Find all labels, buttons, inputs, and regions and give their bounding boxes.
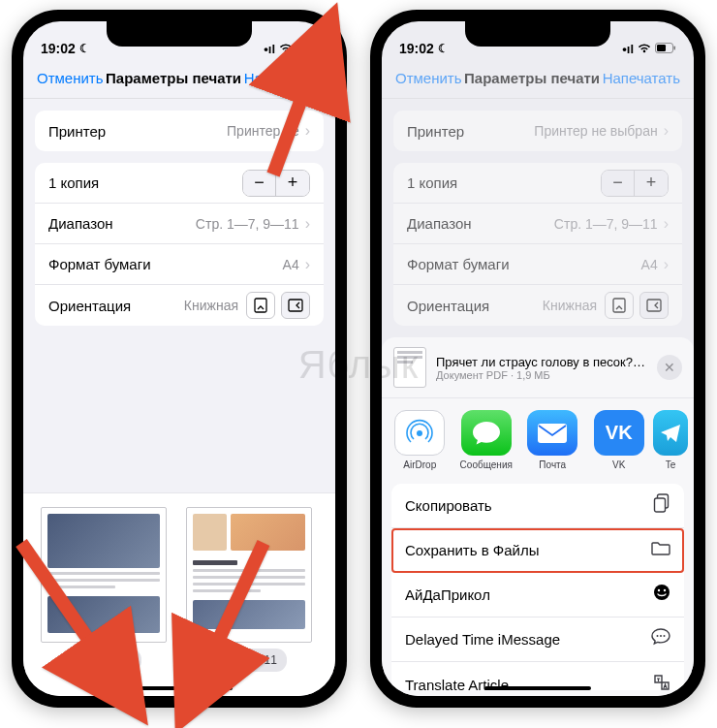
airdrop-icon: [394, 410, 445, 456]
thumb-5-label[interactable]: 5 из 11: [66, 649, 141, 672]
svg-point-13: [417, 430, 422, 436]
share-app-mail[interactable]: Почта: [526, 410, 579, 470]
action-save-to-files[interactable]: Сохранить в Файлы: [391, 528, 684, 573]
signal-icon: •ıl: [264, 42, 275, 56]
orientation-value: Книжная: [184, 298, 238, 313]
printer-value: Принтер не: [227, 123, 299, 139]
svg-rect-4: [289, 300, 302, 311]
action-copy[interactable]: Скопировать: [391, 484, 684, 528]
notch: [465, 21, 610, 47]
mail-icon: [527, 410, 577, 456]
range-value: Стр. 1—7, 9—11: [196, 216, 299, 232]
share-apps-row: AirDrop Сообщения Почта: [382, 398, 694, 478]
vk-icon: VK: [594, 410, 644, 456]
printer-label: Принтер: [48, 123, 106, 140]
copies-stepper[interactable]: − +: [242, 170, 310, 197]
home-indicator[interactable]: [484, 686, 591, 690]
share-doc-title: Прячет ли страус голову в песок? | Яб…: [436, 355, 647, 369]
chevron-right-icon: ›: [305, 122, 310, 140]
phone-left: 19:02 ☾ •ıl Отменить Параметры печати На…: [12, 10, 347, 708]
paper-value: A4: [283, 257, 299, 272]
svg-rect-3: [255, 299, 266, 312]
notch: [107, 21, 252, 47]
paper-label: Формат бумаги: [48, 256, 151, 272]
svg-point-22: [664, 635, 666, 637]
page-thumbnails: 5 из 11 6 из 11: [23, 492, 335, 696]
check-icon: [72, 651, 89, 669]
share-app-telegram[interactable]: Te: [659, 410, 682, 470]
chat-icon: [651, 628, 670, 650]
wifi-icon: [279, 42, 293, 56]
svg-point-19: [664, 589, 666, 591]
document-thumb-icon: [393, 347, 426, 388]
messages-icon: [461, 410, 512, 456]
thumb-page-5[interactable]: 5 из 11: [41, 507, 167, 673]
battery-icon: [296, 42, 318, 56]
share-app-airdrop[interactable]: AirDrop: [393, 410, 447, 470]
share-app-vk[interactable]: VK VK: [593, 410, 646, 470]
chevron-right-icon: ›: [305, 256, 310, 273]
svg-point-20: [657, 635, 659, 637]
action-delayed-imessage[interactable]: Delayed Time iMessage: [391, 617, 684, 662]
svg-rect-16: [655, 498, 666, 512]
folder-icon: [651, 540, 670, 560]
stepper-plus[interactable]: +: [276, 171, 309, 196]
cancel-button[interactable]: Отменить: [37, 70, 104, 86]
nav-title: Параметры печати: [104, 70, 244, 86]
orientation-landscape-button[interactable]: [281, 292, 310, 319]
check-icon: [217, 651, 234, 669]
telegram-icon: [653, 410, 688, 456]
home-indicator[interactable]: [126, 686, 233, 690]
range-row[interactable]: Диапазон Стр. 1—7, 9—11 ›: [35, 204, 324, 244]
thumb-page-6[interactable]: 6 из 11: [186, 507, 312, 673]
close-button[interactable]: ✕: [657, 355, 682, 380]
thumb-6-label[interactable]: 6 из 11: [211, 649, 287, 672]
translate-icon: [653, 674, 670, 690]
share-actions-list: Скопировать Сохранить в Файлы АйДаПрикол: [391, 484, 684, 690]
copies-row: 1 копия − +: [35, 163, 324, 204]
dnd-icon: ☾: [79, 42, 90, 55]
stepper-minus[interactable]: −: [243, 171, 276, 196]
copies-label: 1 копия: [48, 174, 99, 191]
svg-rect-1: [298, 45, 307, 51]
print-button[interactable]: Напечатать: [244, 70, 322, 86]
svg-point-18: [658, 589, 660, 591]
navbar: Отменить Параметры печати Напечатать: [23, 58, 335, 99]
svg-point-21: [660, 635, 662, 637]
smile-icon: [653, 584, 670, 606]
chevron-right-icon: ›: [305, 215, 310, 233]
share-app-messages[interactable]: Сообщения: [460, 410, 514, 470]
phone-right: 19:02 ☾ •ıl Отменить Параметры печати На…: [370, 10, 705, 708]
paper-row[interactable]: Формат бумаги A4 ›: [35, 244, 324, 285]
status-time: 19:02: [41, 41, 76, 56]
svg-point-17: [654, 585, 670, 600]
copy-icon: [653, 493, 670, 518]
orientation-label: Ориентация: [48, 298, 131, 314]
share-sheet: Прячет ли страус голову в песок? | Яб… Д…: [382, 337, 694, 696]
printer-row[interactable]: Принтер Принтер не ›: [35, 111, 324, 151]
action-prikol[interactable]: АйДаПрикол: [391, 573, 684, 617]
orientation-row: Ориентация Книжная: [35, 285, 324, 326]
share-doc-subtitle: Документ PDF · 1,9 МБ: [436, 369, 647, 381]
svg-rect-2: [316, 47, 318, 50]
range-label: Диапазон: [48, 215, 113, 232]
svg-rect-14: [538, 424, 567, 443]
orientation-portrait-button[interactable]: [246, 292, 275, 319]
